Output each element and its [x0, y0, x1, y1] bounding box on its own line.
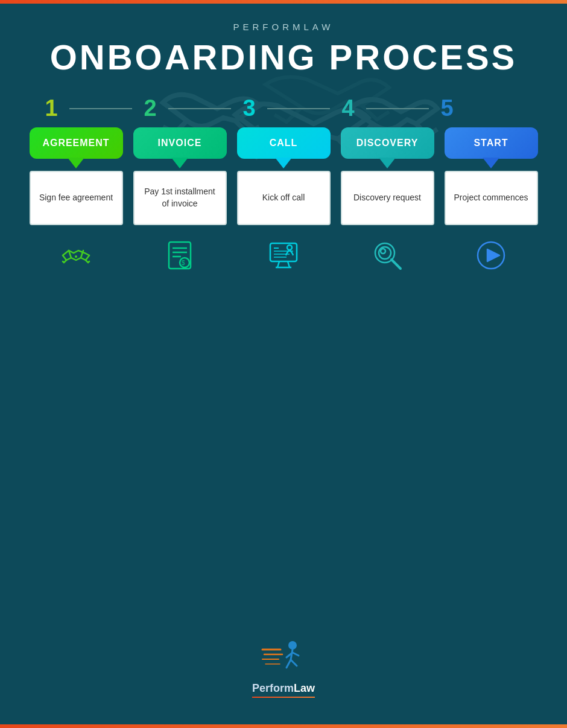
step-icon-4 [341, 237, 434, 273]
step-num-item-2: 2 [135, 95, 234, 121]
step-number-3: 3 [234, 95, 264, 121]
brand-subtitle: PERFORMLAW [0, 22, 567, 32]
brand-title: ONBOARDING PROCESS [0, 37, 567, 77]
step-icon-1 [30, 237, 123, 273]
step-description-3: Kick off call [262, 192, 305, 204]
step-label-1: AGREEMENT [42, 138, 109, 148]
step-label-3: CALL [270, 138, 298, 148]
step-num-item-4: 4 [333, 95, 432, 121]
step-description-4: Discovery request [353, 192, 421, 204]
step-description-1: Sign fee agreement [39, 192, 113, 204]
step-label-2: INVOICE [158, 138, 202, 148]
bottom-logo: PerformLaw [252, 634, 315, 698]
step-description-2: Pay 1st installment of invoice [141, 186, 220, 209]
svg-point-26 [288, 641, 297, 650]
info-box-2: Pay 1st installment of invoice [133, 171, 227, 225]
logo-underline [252, 697, 315, 698]
info-boxes-row: Sign fee agreement Pay 1st installment o… [24, 171, 543, 225]
bubble-wrapper-3: CALL [234, 127, 334, 159]
step-line-3-4 [267, 108, 330, 109]
bubble-wrapper-2: INVOICE [130, 127, 230, 159]
logo-perform: Perform [252, 682, 294, 694]
step-number-2: 2 [135, 95, 165, 121]
bubble-wrapper-1: AGREEMENT [27, 127, 126, 159]
bubbles-row: AGREEMENT INVOICE CALL DISCOVERY START [24, 127, 543, 159]
step-bubble-3: CALL [237, 127, 331, 159]
svg-point-19 [381, 249, 385, 254]
svg-marker-21 [487, 249, 499, 261]
info-box-1: Sign fee agreement [30, 171, 123, 225]
step-description-5: Project commences [454, 192, 528, 204]
step-icon-3 [237, 237, 331, 273]
header: PERFORMLAW ONBOARDING PROCESS [0, 4, 567, 83]
bubble-wrapper-5: START [442, 127, 541, 159]
svg-line-9 [288, 261, 290, 267]
steps-container: 1 2 3 4 5 AGREEMENT INVOICE [0, 83, 567, 286]
step-icon-5 [445, 237, 538, 273]
step-numbers-row: 1 2 3 4 5 [24, 95, 543, 121]
step-num-item-5: 5 [432, 95, 531, 121]
step-bubble-4: DISCOVERY [341, 127, 434, 159]
svg-rect-7 [270, 243, 297, 261]
svg-line-8 [277, 261, 279, 267]
step-num-item-3: 3 [234, 95, 333, 121]
info-box-5: Project commences [445, 171, 538, 225]
step-line-2-3 [168, 108, 231, 109]
step-label-4: DISCOVERY [356, 138, 419, 148]
step-icon-2: $ [133, 237, 227, 273]
svg-point-0 [75, 255, 77, 258]
step-label-5: START [474, 138, 508, 148]
info-box-3: Kick off call [237, 171, 331, 225]
bubble-wrapper-4: DISCOVERY [338, 127, 437, 159]
step-number-1: 1 [36, 95, 66, 121]
step-number-4: 4 [333, 95, 363, 121]
svg-text:$: $ [182, 260, 185, 266]
step-bubble-5: START [445, 127, 538, 159]
logo-text: PerformLaw [252, 682, 315, 695]
svg-line-17 [391, 260, 401, 269]
step-num-item-1: 1 [36, 95, 135, 121]
logo-law: Law [294, 682, 315, 694]
bottom-border [0, 724, 567, 728]
step-line-1-2 [69, 108, 132, 109]
info-box-4: Discovery request [341, 171, 434, 225]
icons-row: $ [24, 225, 543, 286]
step-bubble-2: INVOICE [133, 127, 227, 159]
step-line-4-5 [366, 108, 429, 109]
svg-point-15 [287, 245, 292, 250]
step-bubble-1: AGREEMENT [30, 127, 123, 159]
step-number-5: 5 [432, 95, 462, 121]
